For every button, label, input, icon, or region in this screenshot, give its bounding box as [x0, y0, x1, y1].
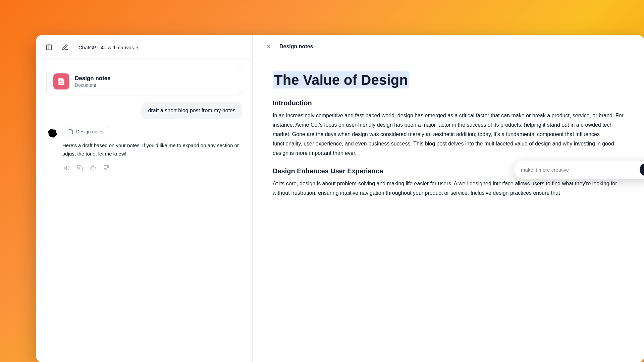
- assistant-content: Design notes Here's a draft based on you…: [62, 126, 242, 172]
- intro-text: In an increasingly competitive and fast-…: [273, 111, 624, 158]
- send-button[interactable]: [640, 163, 644, 176]
- document-heading: The Value of Design: [273, 71, 409, 88]
- design-notes-chip[interactable]: Design notes: [62, 126, 109, 137]
- document-icon-bg: [53, 73, 69, 89]
- feedback-row: [62, 164, 242, 172]
- app-window: ChatGPT 4o with canvas ▾ Design not: [36, 35, 644, 362]
- thumbs-up-button[interactable]: [89, 164, 97, 172]
- chat-area: Design notes Document draft a short blog…: [36, 60, 252, 362]
- chip-label: Design notes: [76, 129, 104, 134]
- heading-section: The Value of Design: [273, 72, 624, 88]
- model-label: ChatGPT 4o with canvas: [78, 45, 134, 50]
- left-panel: ChatGPT 4o with canvas ▾ Design not: [36, 35, 253, 362]
- thumbs-down-button[interactable]: [102, 164, 110, 172]
- close-button[interactable]: ×: [263, 41, 274, 52]
- assistant-message-row: Design notes Here's a draft based on you…: [46, 126, 242, 172]
- intro-heading: Introduction: [273, 99, 624, 107]
- user-message-bubble: draft a short blog post from my notes: [141, 102, 242, 119]
- audio-button[interactable]: [62, 164, 71, 172]
- model-selector-button[interactable]: ChatGPT 4o with canvas ▾: [75, 43, 142, 52]
- assistant-response-text: Here's a draft based on your notes. If y…: [62, 141, 242, 158]
- panel-title: Design notes: [279, 44, 313, 50]
- copy-button[interactable]: [76, 164, 84, 172]
- assistant-avatar: [46, 127, 58, 139]
- chip-document-icon: [68, 129, 73, 134]
- new-chat-button[interactable]: [59, 41, 71, 53]
- top-bar: ChatGPT 4o with canvas ▾: [36, 35, 252, 60]
- document-card[interactable]: Design notes Document: [46, 68, 242, 95]
- svg-rect-6: [79, 167, 82, 170]
- intro-section: Introduction In an increasingly competit…: [273, 99, 624, 158]
- svg-marker-5: [64, 166, 67, 170]
- svg-rect-0: [47, 45, 52, 50]
- section2-text: At its core, design is about problem-sol…: [273, 179, 624, 198]
- document-info: Design notes Document: [75, 75, 111, 88]
- sidebar-toggle-button[interactable]: [43, 41, 55, 53]
- inline-edit-popup: [514, 161, 644, 179]
- inline-edit-input[interactable]: [521, 167, 637, 173]
- document-type: Document: [75, 82, 111, 88]
- right-panel: × Design notes The Value of Design Intr: [253, 35, 644, 362]
- document-content: The Value of Design Introduction In an i…: [253, 58, 644, 362]
- right-panel-header: × Design notes: [253, 35, 644, 58]
- chevron-down-icon: ▾: [136, 45, 139, 50]
- document-title: Design notes: [75, 75, 111, 82]
